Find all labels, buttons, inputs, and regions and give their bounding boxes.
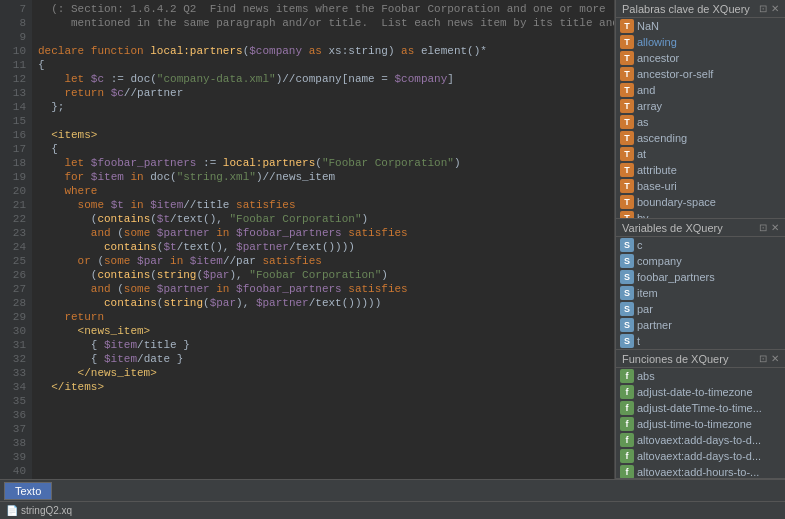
keyword-icon: T: [620, 147, 634, 161]
list-item[interactable]: S company: [616, 253, 785, 269]
keyword-icon: T: [620, 115, 634, 129]
keyword-label: array: [637, 99, 662, 113]
list-item[interactable]: f abs: [616, 368, 785, 384]
function-icon: f: [620, 369, 634, 383]
list-item[interactable]: f adjust-time-to-timezone: [616, 416, 785, 432]
function-label: adjust-date-to-timezone: [637, 385, 753, 399]
list-item[interactable]: T NaN: [616, 18, 785, 34]
status-file: 📄 stringQ2.xq: [6, 505, 72, 516]
list-item[interactable]: S c: [616, 237, 785, 253]
function-icon: f: [620, 449, 634, 463]
functions-panel: Funciones de XQuery ⊡ ✕ f abs f adjust-d…: [616, 350, 785, 479]
variable-icon: S: [620, 270, 634, 284]
keyword-icon: T: [620, 67, 634, 81]
variable-icon: S: [620, 302, 634, 316]
list-item[interactable]: T base-uri: [616, 178, 785, 194]
keyword-icon: T: [620, 131, 634, 145]
keyword-icon: T: [620, 163, 634, 177]
list-item[interactable]: f adjust-dateTime-to-time...: [616, 400, 785, 416]
line-numbers: 7 8 9 10 11 12 13 14 15 16 17 18 19 20 2…: [0, 0, 32, 479]
keyword-icon: T: [620, 99, 634, 113]
list-item[interactable]: T ancestor-or-self: [616, 66, 785, 82]
pin-icon[interactable]: ⊡: [759, 3, 767, 14]
list-item[interactable]: T boundary-space: [616, 194, 785, 210]
keyword-icon: T: [620, 51, 634, 65]
keyword-icon: T: [620, 195, 634, 209]
file-icon: 📄: [6, 505, 18, 516]
keyword-label: allowing: [637, 35, 677, 49]
keywords-list[interactable]: T NaN T allowing T ancestor T ancestor-o…: [616, 18, 785, 218]
pin-functions-icon[interactable]: ⊡: [759, 353, 767, 364]
code-content[interactable]: (: Section: 1.6.4.2 Q2 Find news items w…: [32, 0, 614, 479]
texto-tab[interactable]: Texto: [4, 482, 52, 500]
keyword-label: as: [637, 115, 649, 129]
variable-icon: S: [620, 286, 634, 300]
variable-label: item: [637, 286, 658, 300]
variables-panel: Variables de XQuery ⊡ ✕ S c S company S …: [616, 219, 785, 350]
close-variables-icon[interactable]: ✕: [771, 222, 779, 233]
function-label: adjust-dateTime-to-time...: [637, 401, 762, 415]
keyword-icon: T: [620, 179, 634, 193]
list-item[interactable]: T by: [616, 210, 785, 218]
function-label: altovaext:add-days-to-d...: [637, 449, 761, 463]
close-functions-icon[interactable]: ✕: [771, 353, 779, 364]
keywords-title: Palabras clave de XQuery: [622, 3, 750, 15]
list-item[interactable]: S foobar_partners: [616, 269, 785, 285]
function-icon: f: [620, 433, 634, 447]
variable-icon: S: [620, 238, 634, 252]
list-item[interactable]: T at: [616, 146, 785, 162]
list-item[interactable]: f altovaext:add-days-to-d...: [616, 432, 785, 448]
variable-label: par: [637, 302, 653, 316]
list-item[interactable]: T as: [616, 114, 785, 130]
variable-label: t: [637, 334, 640, 348]
variables-panel-header: Variables de XQuery ⊡ ✕: [616, 219, 785, 237]
list-item[interactable]: T allowing: [616, 34, 785, 50]
right-panel: Palabras clave de XQuery ⊡ ✕ T NaN T all…: [615, 0, 785, 479]
keyword-label: ancestor: [637, 51, 679, 65]
keyword-label: and: [637, 83, 655, 97]
status-bar: 📄 stringQ2.xq: [0, 501, 785, 519]
function-label: altovaext:add-hours-to-...: [637, 465, 759, 478]
list-item[interactable]: S par: [616, 301, 785, 317]
variable-icon: S: [620, 334, 634, 348]
list-item[interactable]: T attribute: [616, 162, 785, 178]
close-keywords-icon[interactable]: ✕: [771, 3, 779, 14]
list-item[interactable]: S partner: [616, 317, 785, 333]
keyword-icon: T: [620, 211, 634, 218]
keyword-label: attribute: [637, 163, 677, 177]
variables-list[interactable]: S c S company S foobar_partners S item S: [616, 237, 785, 349]
function-icon: f: [620, 385, 634, 399]
list-item[interactable]: T ascending: [616, 130, 785, 146]
keyword-label: ancestor-or-self: [637, 67, 713, 81]
list-item[interactable]: T array: [616, 98, 785, 114]
function-icon: f: [620, 401, 634, 415]
list-item[interactable]: T ancestor: [616, 50, 785, 66]
keyword-label: boundary-space: [637, 195, 716, 209]
keyword-icon: T: [620, 19, 634, 33]
keyword-label: base-uri: [637, 179, 677, 193]
list-item[interactable]: f adjust-date-to-timezone: [616, 384, 785, 400]
list-item[interactable]: S item: [616, 285, 785, 301]
functions-list[interactable]: f abs f adjust-date-to-timezone f adjust…: [616, 368, 785, 478]
functions-panel-header: Funciones de XQuery ⊡ ✕: [616, 350, 785, 368]
keyword-label: NaN: [637, 19, 659, 33]
keyword-label: at: [637, 147, 646, 161]
variable-label: company: [637, 254, 682, 268]
list-item[interactable]: S t: [616, 333, 785, 349]
file-name: stringQ2.xq: [21, 505, 72, 516]
pin-variables-icon[interactable]: ⊡: [759, 222, 767, 233]
list-item[interactable]: f altovaext:add-days-to-d...: [616, 448, 785, 464]
list-item[interactable]: f altovaext:add-hours-to-...: [616, 464, 785, 478]
keyword-label: by: [637, 211, 649, 218]
functions-title: Funciones de XQuery: [622, 353, 728, 365]
variable-label: partner: [637, 318, 672, 332]
keywords-panel-header: Palabras clave de XQuery ⊡ ✕: [616, 0, 785, 18]
variable-label: c: [637, 238, 643, 252]
function-icon: f: [620, 465, 634, 478]
editor[interactable]: 7 8 9 10 11 12 13 14 15 16 17 18 19 20 2…: [0, 0, 615, 479]
keywords-panel: Palabras clave de XQuery ⊡ ✕ T NaN T all…: [616, 0, 785, 219]
variable-icon: S: [620, 318, 634, 332]
keyword-label: ascending: [637, 131, 687, 145]
keyword-icon: T: [620, 83, 634, 97]
list-item[interactable]: T and: [616, 82, 785, 98]
